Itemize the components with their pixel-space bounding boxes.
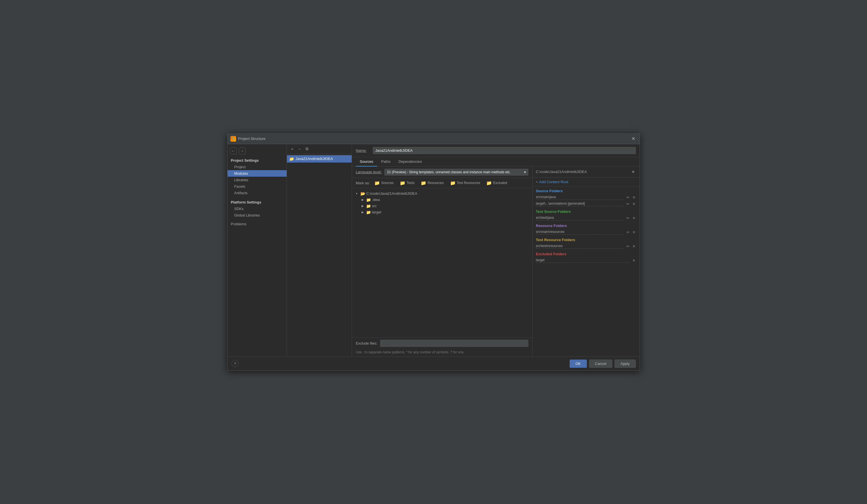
source-folders-title: Source Folders — [533, 186, 640, 194]
ok-button[interactable]: OK — [570, 360, 587, 368]
idea-folder-icon: 📁 — [366, 197, 371, 202]
remove-test-resource-0-button[interactable]: ✕ — [632, 244, 636, 249]
folder-actions-1: ✏ ✕ — [625, 202, 636, 206]
tree-item-src[interactable]: ▶ 📁 src — [362, 203, 528, 209]
exclude-input[interactable] — [380, 340, 528, 347]
back-button[interactable]: ← — [230, 148, 237, 154]
src-folder-icon: 📁 — [366, 204, 371, 208]
tests-icon: 📁 — [400, 180, 405, 186]
sidebar-item-facets[interactable]: Facets — [227, 183, 287, 190]
sidebar-item-project[interactable]: Project — [227, 164, 287, 170]
project-settings-label: Project Settings — [227, 157, 287, 164]
cancel-button[interactable]: Cancel — [589, 360, 612, 368]
apply-button[interactable]: Apply — [614, 360, 636, 368]
module-tree: 📁 Java21AndIntelliJIDEA — [287, 154, 352, 356]
module-toolbar: + − ⧉ — [287, 144, 352, 154]
remove-source-0-button[interactable]: ✕ — [632, 195, 636, 200]
module-name: Java21AndIntelliJIDEA — [296, 157, 333, 161]
root-folder-label: C:\code\Java21AndIntelliJIDEA — [366, 191, 418, 196]
chevron-right-icon: ▶ — [362, 198, 365, 201]
folder-actions-0: ✏ ✕ — [625, 195, 636, 200]
right-panel-path: C:\code\Java21AndIntelliJIDEA — [536, 170, 587, 174]
excluded-folder-path-0: target — [536, 258, 630, 263]
sidebar-item-modules[interactable]: Modules — [227, 170, 287, 177]
right-panel: C:\code\Java21AndIntelliJIDEA ✕ + Add Co… — [532, 167, 640, 356]
chevron-right-icon: ▶ — [362, 211, 365, 214]
tree-root[interactable]: ▾ 📂 C:\code\Java21AndIntelliJIDEA — [356, 191, 528, 197]
chevron-down-icon: ▾ — [356, 192, 359, 195]
remove-source-1-button[interactable]: ✕ — [632, 202, 636, 206]
tab-bar: Sources Paths Dependencies — [352, 157, 640, 167]
source-folder-entry-0: src\main\java ✏ ✕ — [533, 194, 640, 201]
add-content-root-button[interactable]: + Add Content Root — [533, 178, 640, 186]
sources-icon: 📁 — [374, 180, 380, 186]
test-source-folders-title: Test Source Folders — [533, 207, 640, 215]
tree-item-idea[interactable]: ▶ 📁 .idea — [362, 197, 528, 203]
exclude-row: Exclude files: — [352, 337, 532, 349]
mark-as-row: Mark as: 📁 Sources 📁 Tests 📁 Resources — [352, 178, 532, 188]
remove-module-button[interactable]: − — [297, 146, 303, 152]
test-resource-folders-title: Test Resource Folders — [533, 235, 640, 243]
sidebar: ← → Project Settings Project Modules Lib… — [227, 144, 287, 356]
exclude-hint: Use ; to separate name patterns, * for a… — [352, 349, 532, 356]
tree-item-target[interactable]: ▶ 📁 target — [362, 209, 528, 215]
edit-source-1-button[interactable]: ✏ — [625, 202, 630, 206]
module-tree-item[interactable]: 📁 Java21AndIntelliJIDEA — [287, 155, 352, 162]
test-source-folder-path-0: src\test\java — [536, 216, 624, 221]
testresources-icon: 📁 — [450, 180, 456, 186]
mark-resources-button[interactable]: 📁 Resources — [419, 180, 445, 186]
test-resource-folder-actions-0: ✏ ✕ — [625, 244, 636, 249]
help-button[interactable]: ? — [232, 360, 239, 367]
main-content: Name: Sources Paths Dependencies — [352, 144, 640, 356]
excluded-folder-entry-0: target ✕ — [533, 257, 640, 264]
source-folder-path-1: target\...\annotations [generated] — [536, 202, 624, 206]
mark-testresources-button[interactable]: 📁 Test Resources — [448, 180, 482, 186]
sidebar-item-sdks[interactable]: SDKs — [227, 205, 287, 212]
resources-icon: 📁 — [421, 180, 426, 186]
tab-sources[interactable]: Sources — [356, 157, 377, 167]
remove-excluded-0-button[interactable]: ✕ — [632, 258, 636, 263]
edit-source-0-button[interactable]: ✏ — [625, 195, 630, 200]
target-folder-icon: 📁 — [366, 210, 371, 215]
problems-section: Problems — [227, 221, 287, 227]
copy-module-button[interactable]: ⧉ — [304, 146, 310, 152]
sidebar-item-artifacts[interactable]: Artifacts — [227, 190, 287, 196]
source-folder-path-0: src\main\java — [536, 195, 624, 200]
edit-test-resource-0-button[interactable]: ✏ — [625, 244, 630, 249]
forward-button[interactable]: → — [239, 148, 246, 154]
remove-test-source-0-button[interactable]: ✕ — [632, 216, 636, 221]
add-module-button[interactable]: + — [289, 146, 296, 152]
mark-tests-button[interactable]: 📁 Tests — [398, 180, 416, 186]
lang-level-chevron: ▾ — [524, 170, 526, 174]
sidebar-item-libraries[interactable]: Libraries — [227, 177, 287, 183]
lang-level-select[interactable]: 21 (Preview) - String templates, unnamed… — [384, 169, 528, 175]
content-area: ← → Project Settings Project Modules Lib… — [227, 144, 640, 356]
test-folder-actions-0: ✏ ✕ — [625, 216, 636, 221]
root-folder-icon: 📂 — [361, 191, 365, 196]
mark-sources-button[interactable]: 📁 Sources — [373, 180, 395, 186]
tab-dependencies[interactable]: Dependencies — [394, 157, 426, 167]
resource-folder-path-0: src\main\resources — [536, 230, 624, 235]
plus-icon: + — [536, 180, 538, 184]
bottom-bar: ? OK Cancel Apply — [227, 356, 640, 371]
close-right-panel-button[interactable]: ✕ — [630, 169, 636, 175]
sidebar-item-problems[interactable]: Problems — [227, 221, 287, 227]
src-folder-label: src — [372, 204, 377, 208]
excluded-folders-title: Excluded Folders — [533, 250, 640, 257]
excluded-icon: 📁 — [486, 180, 492, 186]
edit-resource-0-button[interactable]: ✏ — [625, 230, 630, 235]
close-button[interactable]: ✕ — [630, 136, 637, 142]
platform-settings-label: Platform Settings — [227, 199, 287, 205]
remove-resource-0-button[interactable]: ✕ — [632, 230, 636, 235]
tab-paths[interactable]: Paths — [377, 157, 394, 167]
name-label: Name: — [356, 148, 370, 153]
test-resource-folder-entry-0: src\test\resources ✏ ✕ — [533, 243, 640, 250]
tree-children: ▶ 📁 .idea ▶ 📁 src ▶ 📁 — [356, 197, 528, 215]
mark-excluded-button[interactable]: 📁 Excluded — [484, 180, 509, 186]
file-tree: ▾ 📂 C:\code\Java21AndIntelliJIDEA ▶ 📁 .i… — [352, 188, 532, 337]
module-panel: + − ⧉ 📁 Java21AndIntelliJIDEA — [287, 144, 352, 356]
name-input[interactable] — [373, 147, 636, 154]
chevron-right-icon: ▶ — [362, 204, 365, 207]
edit-test-source-0-button[interactable]: ✏ — [625, 216, 630, 221]
sidebar-item-global-libraries[interactable]: Global Libraries — [227, 212, 287, 218]
